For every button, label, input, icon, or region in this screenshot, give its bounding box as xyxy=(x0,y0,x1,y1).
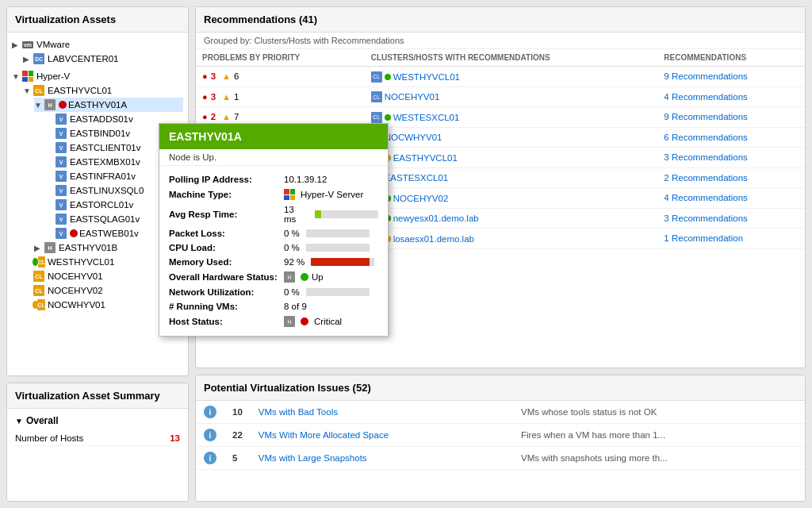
summary-overall-label: ▼ Overall xyxy=(15,415,180,426)
westhyvcl01-icon: CL xyxy=(33,256,45,268)
bar-container xyxy=(311,258,374,266)
summary-title: Virtualization Asset Summary xyxy=(7,383,188,409)
host-link[interactable]: losaesx01.demo.lab xyxy=(393,234,474,244)
host-cell[interactable]: CLWESTESXCL01 xyxy=(365,107,658,128)
issue-row[interactable]: i 22 VMs With More Allocated Space Fires… xyxy=(196,424,805,447)
popup-row: # Running VMs: 8 of 9 xyxy=(169,299,378,314)
labvcenter-arrow: ▶ xyxy=(23,55,33,64)
eastclient01v-label: EASTCLIENT01v xyxy=(70,143,140,152)
eastsqlag01v-icon: V xyxy=(55,213,67,225)
recs-link[interactable]: 6 Recommendations xyxy=(664,133,747,142)
recs-cell[interactable]: 4 Recommendations xyxy=(657,87,805,107)
host-cell[interactable]: CLNOCEHYV02 xyxy=(365,188,658,209)
recs-link[interactable]: 4 Recommendations xyxy=(664,193,747,202)
hyperv-text: Hyper-V Server xyxy=(301,190,363,199)
westhyvcl01-label: WESTHYVCL01 xyxy=(48,257,114,267)
vmware-section[interactable]: ▶ vm VMware xyxy=(12,37,183,52)
popup-row-value: 0 % xyxy=(284,229,370,238)
host-link[interactable]: WESTHYVCL01 xyxy=(393,72,460,82)
recs-cell[interactable]: 9 Recommendations xyxy=(657,107,805,128)
issues-title: Potential Virtualization Issues (52) xyxy=(196,375,805,401)
host-link[interactable]: WESTESXCL01 xyxy=(393,113,460,122)
host-link[interactable]: NOCEHYV02 xyxy=(393,194,449,203)
recs-link[interactable]: 4 Recommendations xyxy=(664,92,747,102)
host-cell[interactable]: CLEASTHYVCL01 xyxy=(365,148,658,168)
bar-value: 0 % xyxy=(284,243,300,252)
eastweb01v-label: EASTWEB01v xyxy=(79,229,139,238)
eastweb01v-badge xyxy=(70,229,78,237)
recs-cell[interactable]: 3 Recommendations xyxy=(657,148,805,168)
col-hosts: Clusters/Hosts with Recommendations xyxy=(365,49,658,67)
error-icon: ● xyxy=(202,92,208,102)
recs-link[interactable]: 3 Recommendations xyxy=(664,152,747,162)
recs-link[interactable]: 9 Recommendations xyxy=(664,112,747,121)
issue-name-cell[interactable]: VMs with Large Snapshots xyxy=(251,447,513,470)
popup-value-text: 10.1.39.12 xyxy=(284,175,327,184)
hyperv-logo-icon xyxy=(284,189,295,200)
popup-row: Network Utilization: 0 % xyxy=(169,285,378,299)
rec-table-row[interactable]: ●3▲1 CLNOCEHYV01 4 Recommendations xyxy=(196,87,805,107)
easthyvcl01-item[interactable]: ▼ CL EASTHYVCL01 xyxy=(23,83,183,98)
popup-row-value: 0 % xyxy=(284,287,370,297)
bar-value: 0 % xyxy=(284,229,300,238)
labvcenter01-item[interactable]: ▶ DC LABVCENTER01 xyxy=(23,52,183,66)
rec-table-row[interactable]: ●3▲6 CLWESTHYVCL01 9 Recommendations xyxy=(196,67,805,87)
issue-row[interactable]: i 5 VMs with Large Snapshots VMs with sn… xyxy=(196,447,805,470)
host-cell[interactable]: CLEASTESXCL01 xyxy=(365,167,658,188)
host-cell[interactable]: CLWESTHYVCL01 xyxy=(365,67,658,87)
critical-red-dot xyxy=(301,318,308,325)
host-dc-icon: CL xyxy=(371,91,382,102)
bar-fill xyxy=(311,258,370,266)
host-cell[interactable]: CLNOCWHYV01 xyxy=(365,127,658,148)
popup-row: Overall Hardware Status: H Up xyxy=(169,269,378,285)
vmware-arrow: ▶ xyxy=(12,40,21,49)
issue-desc: VMs whose tools status is not OK xyxy=(513,401,805,424)
recs-link[interactable]: 9 Recommendations xyxy=(664,71,747,81)
issue-row[interactable]: i 10 VMs with Bad Tools VMs whose tools … xyxy=(196,401,805,424)
issue-name-cell[interactable]: VMs With More Allocated Space xyxy=(251,424,513,447)
host-link[interactable]: EASTESXCL01 xyxy=(385,173,449,183)
easthyv01a-item[interactable]: ▼ H EASTHYV01A xyxy=(34,98,183,112)
hyperv-section[interactable]: ▼ Hyper-V xyxy=(12,69,183,83)
recs-cell[interactable]: 4 Recommendations xyxy=(657,188,805,209)
issue-link[interactable]: VMs with Large Snapshots xyxy=(259,453,367,463)
recs-link[interactable]: 1 Recommendation xyxy=(664,233,743,243)
host-cell[interactable]: CLnewyesx01.demo.lab xyxy=(365,208,658,229)
recs-cell[interactable]: 6 Recommendations xyxy=(657,127,805,148)
eastclient01v-icon: V xyxy=(55,141,67,154)
popup-row: Polling IP Address: 10.1.39.12 xyxy=(169,172,378,187)
issue-link[interactable]: VMs With More Allocated Space xyxy=(259,430,389,440)
status-green-dot xyxy=(301,273,308,281)
recs-link[interactable]: 3 Recommendations xyxy=(664,214,747,223)
issue-link[interactable]: VMs with Bad Tools xyxy=(259,407,338,417)
issue-name-cell[interactable]: VMs with Bad Tools xyxy=(251,401,513,424)
host-link[interactable]: EASTHYVCL01 xyxy=(393,153,458,163)
recs-cell[interactable]: 2 Recommendations xyxy=(657,167,805,188)
easthyvcl01-arrow: ▼ xyxy=(23,87,33,95)
recs-link[interactable]: 2 Recommendations xyxy=(664,173,747,183)
easthyv01a-arrow: ▼ xyxy=(34,101,44,110)
issue-info-icon-cell: i xyxy=(196,447,224,470)
easthyvcl01-icon: CL xyxy=(33,84,45,97)
host-link[interactable]: NOCEHYV01 xyxy=(385,92,440,102)
popup-row: Machine Type: Hyper-V Server xyxy=(169,187,378,202)
issues-table: i 10 VMs with Bad Tools VMs whose tools … xyxy=(196,401,805,470)
issue-info-icon-cell: i xyxy=(196,401,224,424)
col-recs: Recommendations xyxy=(657,49,805,67)
host-link[interactable]: newyesx01.demo.lab xyxy=(393,214,479,223)
issue-desc: VMs with snapshots using more th... xyxy=(513,447,805,470)
host-link[interactable]: NOCWHYV01 xyxy=(385,133,442,142)
summary-hosts-value: 13 xyxy=(170,433,180,443)
popup-body: Polling IP Address: 10.1.39.12 Machine T… xyxy=(159,166,388,336)
host-cell[interactable]: CLlosaesx01.demo.lab xyxy=(365,229,658,249)
eastweb01v-icon: V xyxy=(55,227,67,240)
bar-container xyxy=(306,229,370,237)
recs-cell[interactable]: 9 Recommendations xyxy=(657,67,805,87)
nocwhyv01-icon: CL xyxy=(33,298,45,311)
host-cell[interactable]: CLNOCEHYV01 xyxy=(365,87,658,107)
recs-cell[interactable]: 1 Recommendation xyxy=(657,229,805,249)
issues-panel: Potential Virtualization Issues (52) i 1… xyxy=(195,375,806,502)
labvcenter-icon: DC xyxy=(33,52,45,65)
host-status-dot xyxy=(385,114,391,121)
recs-cell[interactable]: 3 Recommendations xyxy=(657,208,805,229)
